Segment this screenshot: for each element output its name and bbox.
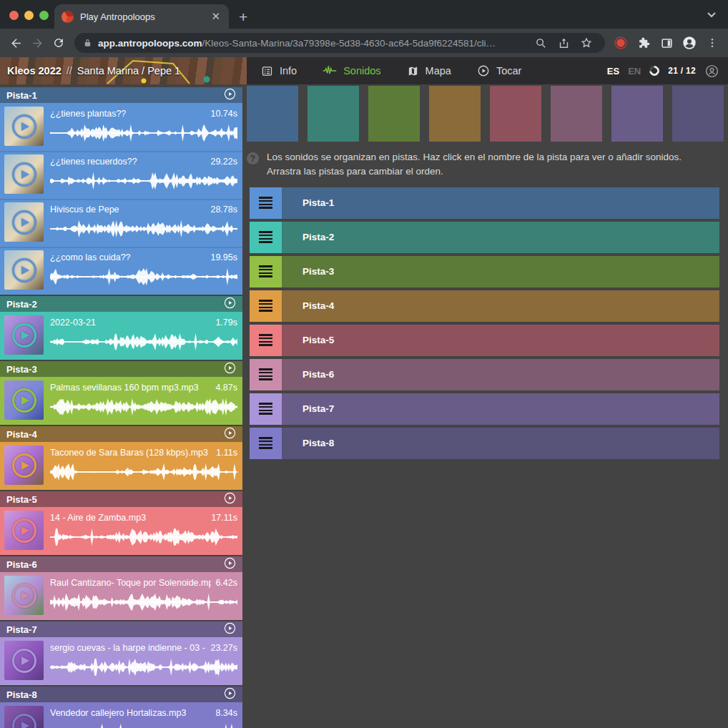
clip-item[interactable]: Vendedor callejero Hortalizas.mp38.34s <box>0 702 242 728</box>
clip-thumbnail[interactable] <box>4 576 44 615</box>
clip-thumbnail[interactable] <box>4 706 44 728</box>
track-row[interactable]: Pista-4 <box>250 290 719 322</box>
track-play-button[interactable] <box>224 687 236 702</box>
clip-item[interactable]: sergio cuevas - la harpe indienne - 03 -… <box>0 637 242 685</box>
clip-play-icon[interactable] <box>12 518 36 543</box>
track-row[interactable]: Pista-7 <box>250 393 719 425</box>
clip-thumbnail[interactable] <box>4 380 44 420</box>
clip-play-icon[interactable] <box>12 714 36 728</box>
track-play-button[interactable] <box>224 88 236 103</box>
track-row[interactable]: Pista-1 <box>250 187 719 219</box>
clip-item[interactable]: Taconeo de Sara Baras (128 kbps).mp31.11… <box>0 442 242 490</box>
clip-thumbnail[interactable] <box>4 107 44 146</box>
track-header[interactable]: Pista-8 <box>0 687 242 702</box>
clip-thumbnail[interactable] <box>4 446 44 485</box>
clip-waveform[interactable] <box>50 653 237 682</box>
close-window-button[interactable] <box>9 11 19 20</box>
track-color-swatch[interactable] <box>368 86 420 142</box>
drag-handle[interactable] <box>250 290 282 322</box>
nav-tab-mapa[interactable]: Mapa <box>407 65 451 77</box>
minimize-window-button[interactable] <box>24 11 34 20</box>
extensions-puzzle-icon[interactable] <box>634 33 654 53</box>
clip-play-icon[interactable] <box>12 323 36 348</box>
reload-icon[interactable] <box>49 33 69 53</box>
track-play-button[interactable] <box>224 427 236 442</box>
track-row-bar[interactable]: Pista-7 <box>282 393 719 425</box>
clip-item[interactable]: 2022-03-211.79s <box>0 312 242 360</box>
clip-thumbnail[interactable] <box>4 154 44 194</box>
track-color-swatch[interactable] <box>611 86 663 142</box>
clip-play-icon[interactable] <box>12 258 36 282</box>
track-color-swatch[interactable] <box>429 86 481 142</box>
track-row[interactable]: Pista-3 <box>250 256 719 287</box>
clip-waveform[interactable] <box>50 167 237 195</box>
new-tab-button[interactable]: + <box>239 9 247 24</box>
record-extension-icon[interactable] <box>611 33 631 53</box>
drag-handle[interactable] <box>250 256 282 287</box>
clip-play-icon[interactable] <box>12 210 36 235</box>
clip-item[interactable]: ¿¿tienes plantas??10.74s <box>0 103 242 151</box>
clip-waveform[interactable] <box>50 588 237 616</box>
track-play-button[interactable] <box>224 362 236 377</box>
track-header[interactable]: Pista-2 <box>0 296 242 312</box>
track-header[interactable]: Pista-6 <box>0 556 242 572</box>
track-color-swatch[interactable] <box>672 86 724 142</box>
tab-close-icon[interactable]: ✕ <box>210 10 222 23</box>
clip-waveform[interactable] <box>50 393 237 421</box>
track-row-bar[interactable]: Pista-4 <box>282 290 719 322</box>
track-play-button[interactable] <box>224 622 236 637</box>
clip-item[interactable]: ¿¿tienes recuerdos??29.22s <box>0 151 242 199</box>
track-color-swatch[interactable] <box>308 86 359 142</box>
tab-search-chevron-icon[interactable] <box>707 9 717 21</box>
clip-item[interactable]: Palmas sevillanas 160 bpm mp3.mp34.87s <box>0 377 242 425</box>
track-color-swatch[interactable] <box>490 86 541 142</box>
track-header[interactable]: Pista-4 <box>0 426 242 442</box>
drag-handle[interactable] <box>250 393 282 425</box>
account-icon[interactable] <box>704 64 719 79</box>
clip-play-icon[interactable] <box>12 114 36 139</box>
nav-tab-tocar[interactable]: Tocar <box>477 64 521 77</box>
clip-play-icon[interactable] <box>12 649 36 673</box>
track-row-bar[interactable]: Pista-1 <box>282 187 719 219</box>
drag-handle[interactable] <box>250 325 282 356</box>
track-header[interactable]: Pista-3 <box>0 361 242 377</box>
track-play-button[interactable] <box>224 557 236 572</box>
track-row-bar[interactable]: Pista-5 <box>282 325 719 356</box>
nav-tab-sonidos[interactable]: Sonidos <box>323 65 380 77</box>
track-row[interactable]: Pista-8 <box>250 428 719 459</box>
track-row[interactable]: Pista-5 <box>250 325 719 356</box>
back-icon[interactable] <box>6 33 26 53</box>
bookmark-star-icon[interactable] <box>576 33 596 53</box>
track-header[interactable]: Pista-7 <box>0 621 242 637</box>
drag-handle[interactable] <box>250 359 282 390</box>
clip-play-icon[interactable] <box>12 584 36 608</box>
track-row-bar[interactable]: Pista-2 <box>282 222 719 253</box>
address-bar[interactable]: app.antropoloops.com/Kleos-Santa-Marina/… <box>74 33 605 53</box>
share-icon[interactable] <box>554 33 574 53</box>
clip-thumbnail[interactable] <box>4 511 44 550</box>
track-play-button[interactable] <box>224 492 236 507</box>
clip-waveform[interactable] <box>50 328 237 356</box>
clip-waveform[interactable] <box>50 718 237 728</box>
side-panel-icon[interactable] <box>656 33 677 53</box>
clip-waveform[interactable] <box>50 119 237 147</box>
track-play-button[interactable] <box>224 297 236 312</box>
track-row-bar[interactable]: Pista-6 <box>282 359 719 390</box>
browser-menu-icon[interactable] <box>702 33 722 53</box>
drag-handle[interactable] <box>250 428 282 459</box>
clip-thumbnail[interactable] <box>4 315 44 355</box>
clip-waveform[interactable] <box>50 262 237 291</box>
clip-thumbnail[interactable] <box>4 202 44 242</box>
lang-en-button[interactable]: EN <box>628 66 641 77</box>
macos-traffic-lights[interactable] <box>9 11 49 20</box>
clip-waveform[interactable] <box>50 458 237 486</box>
clip-thumbnail[interactable] <box>4 641 44 680</box>
track-row-bar[interactable]: Pista-8 <box>282 428 719 459</box>
clip-item[interactable]: Hiviscus de Pepe28.78s <box>0 199 242 247</box>
nav-tab-info[interactable]: Info <box>261 65 297 77</box>
browser-tab[interactable]: Play Antropoloops ✕ <box>54 4 229 29</box>
track-color-swatch[interactable] <box>551 86 602 142</box>
zoom-window-button[interactable] <box>39 11 49 20</box>
clip-item[interactable]: 14 - Aire de Zamba.mp317.11s <box>0 507 242 555</box>
clip-item[interactable]: Raul Cantizano- Toque por Solenoide.mp36… <box>0 572 242 620</box>
